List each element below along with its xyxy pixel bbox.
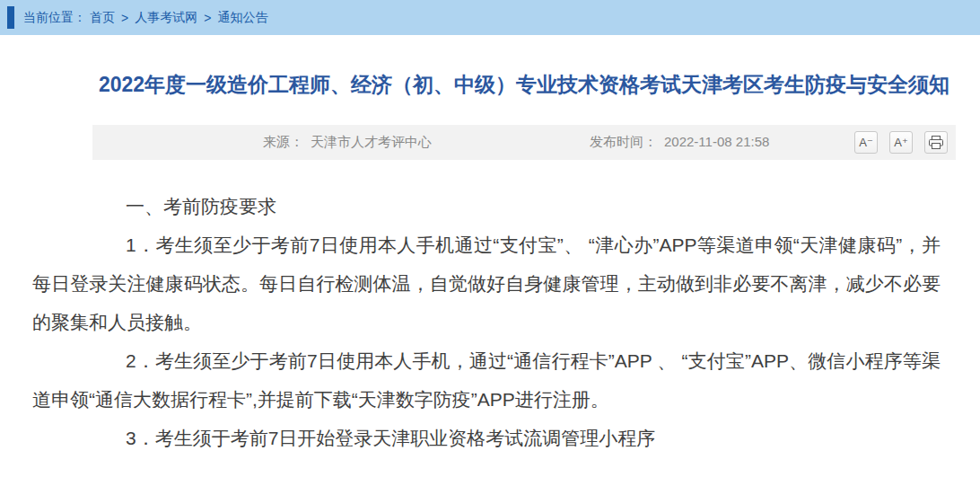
breadcrumb-separator: > (204, 11, 211, 25)
publish-time-label: 发布时间： (590, 134, 657, 149)
breadcrumb-marker (7, 6, 14, 29)
article-publish-time: 发布时间：2022-11-08 21:58 (590, 134, 769, 151)
breadcrumb-label: 当前位置： (23, 10, 86, 26)
breadcrumb-bar: 当前位置： 首页 > 人事考试网 > 通知公告 (0, 0, 980, 35)
font-increase-button[interactable]: A⁺ (889, 131, 913, 154)
source-label: 来源： (263, 134, 303, 149)
source-value: 天津市人才考评中心 (311, 134, 432, 149)
article-body: 一、考前防疫要求 1．考生须至少于考前7日使用本人手机通过“支付宝”、 “津心办… (32, 187, 941, 457)
breadcrumb-link-home[interactable]: 首页 (90, 10, 115, 26)
article-meta-bar: 来源：天津市人才考评中心 发布时间：2022-11-08 21:58 A⁻ A⁺ (92, 125, 956, 160)
breadcrumb: 当前位置： 首页 > 人事考试网 > 通知公告 (23, 10, 267, 26)
section-heading: 一、考前防疫要求 (32, 187, 941, 225)
breadcrumb-separator: > (121, 11, 128, 25)
breadcrumb-link-notices[interactable]: 通知公告 (217, 10, 267, 26)
article-source: 来源：天津市人才考评中心 (263, 134, 432, 151)
body-paragraph: 3．考生须于考前7日开始登录天津职业资格考试流调管理小程序 (32, 419, 941, 457)
page-title: 2022年度一级造价工程师、经济（初、中级）专业技术资格考试天津考区考生防疫与安… (92, 66, 956, 104)
body-paragraph: 2．考生须至少于考前7日使用本人手机，通过“通信行程卡”APP 、 “支付宝”A… (32, 341, 941, 419)
publish-time-value: 2022-11-08 21:58 (664, 134, 769, 149)
print-button[interactable] (924, 131, 948, 154)
breadcrumb-link-exam-net[interactable]: 人事考试网 (135, 10, 197, 26)
printer-icon (929, 136, 943, 149)
font-decrease-button[interactable]: A⁻ (854, 131, 878, 154)
body-paragraph: 1．考生须至少于考前7日使用本人手机通过“支付宝”、 “津心办”APP等渠道申领… (32, 225, 941, 341)
article-toolbar: A⁻ A⁺ (854, 131, 948, 154)
